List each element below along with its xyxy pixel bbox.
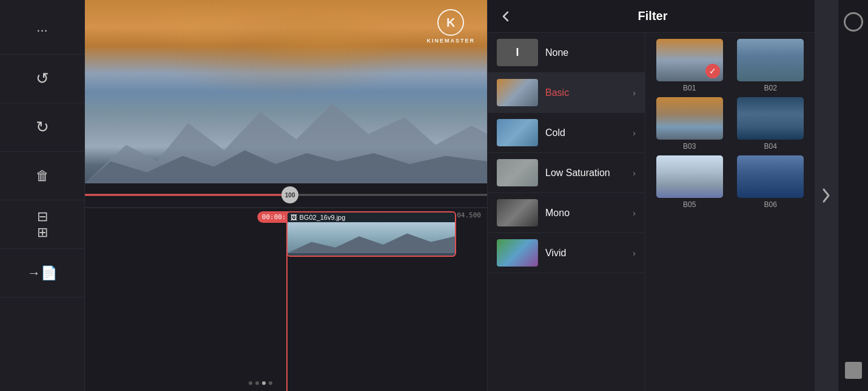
b02-label: B02	[764, 84, 777, 92]
timeline-area: 00:00:00.000 00:00:04.500 🖼 BG02_16v9.jp…	[85, 208, 487, 392]
filter-category-mono[interactable]: Mono ›	[488, 193, 645, 233]
export-button[interactable]: →📄	[0, 249, 84, 298]
filter-category-none[interactable]: I None	[488, 33, 645, 73]
filter-thumb-b01[interactable]: ✓ B01	[651, 39, 728, 92]
dot-4	[269, 381, 272, 385]
filter-thumb-b04[interactable]: B04	[733, 97, 809, 151]
b04-image	[737, 97, 804, 140]
clip-type-icon: 🖼	[291, 214, 297, 221]
filter-thumbnails-grid: ✓ B01 B02 B03 B04	[645, 33, 815, 391]
clip-filename: BG02_16v9.jpg	[300, 214, 346, 221]
kinemaster-logo-text: KINEMASTER	[426, 38, 475, 44]
record-indicator	[844, 12, 863, 32]
b06-label: B06	[764, 200, 777, 209]
b03-image	[656, 97, 723, 140]
lowsat-thumb	[497, 159, 538, 186]
none-thumb: I	[497, 39, 538, 66]
filter-category-cold[interactable]: Cold ›	[488, 113, 645, 153]
category-mono-label: Mono	[545, 208, 625, 219]
timeline-clip[interactable]: 🖼 BG02_16v9.jpg	[286, 211, 456, 257]
kinemaster-logo: K KINEMASTER	[426, 9, 475, 44]
chevron-right-icon-lowsat: ›	[633, 168, 636, 178]
adjust-button[interactable]: ⊟⊞	[0, 200, 84, 249]
scrub-knob[interactable]: 100	[281, 186, 298, 203]
playhead-line	[286, 229, 288, 392]
category-lowsat-label: Low Saturation	[545, 168, 625, 178]
filter-header: Filter	[488, 0, 815, 33]
filter-category-vivid[interactable]: Vivid ›	[488, 233, 645, 273]
category-basic-label: Basic	[545, 87, 625, 98]
video-preview: K KINEMASTER	[85, 0, 487, 183]
dot-1	[249, 381, 252, 385]
undo-button[interactable]: ↺	[0, 55, 84, 103]
scrubber-row: 100	[85, 183, 487, 208]
basic-thumb	[497, 79, 538, 106]
b01-image: ✓	[656, 39, 723, 81]
chevron-right-icon: ›	[633, 88, 636, 98]
mountain-silhouette	[85, 73, 487, 183]
stop-button[interactable]	[845, 362, 862, 379]
dots-indicator	[246, 378, 275, 388]
right-arrow-icon	[821, 187, 831, 204]
filter-category-basic[interactable]: Basic ›	[488, 73, 645, 113]
b03-label: B03	[683, 142, 696, 151]
cold-thumb	[497, 119, 538, 146]
dot-3	[262, 381, 266, 385]
category-vivid-label: Vivid	[545, 248, 625, 259]
redo-button[interactable]: ↻	[0, 103, 84, 152]
b05-image	[656, 155, 723, 198]
export-icon: →📄	[27, 265, 57, 281]
delete-button[interactable]: 🗑	[0, 152, 84, 200]
far-right-panel	[838, 0, 868, 391]
b02-image	[737, 39, 804, 81]
more-options-button[interactable]: ···	[0, 6, 84, 55]
scrub-progress	[85, 194, 290, 196]
filter-thumb-b05[interactable]: B05	[651, 155, 728, 209]
filter-thumb-b06[interactable]: B06	[733, 155, 809, 209]
filter-thumb-b02[interactable]: B02	[733, 39, 809, 92]
clip-header: 🖼 BG02_16v9.jpg	[288, 212, 455, 222]
trash-icon: 🗑	[36, 168, 49, 184]
b06-image	[737, 155, 804, 198]
b01-label: B01	[683, 84, 696, 92]
b04-label: B04	[764, 142, 777, 151]
right-scroll-button[interactable]	[815, 0, 838, 391]
filter-thumb-b03[interactable]: B03	[651, 97, 728, 151]
vivid-thumb	[497, 239, 538, 267]
main-area: K KINEMASTER 100 00:00:00.000 00:00:04.5…	[85, 0, 487, 391]
filter-panel-title: Filter	[521, 9, 784, 23]
filter-category-low-saturation[interactable]: Low Saturation ›	[488, 153, 645, 193]
chevron-right-icon-mono: ›	[633, 208, 636, 218]
dot-2	[255, 381, 259, 385]
left-toolbar: ··· ↺ ↻ 🗑 ⊟⊞ →📄	[0, 0, 85, 391]
clip-preview-thumbnail	[288, 222, 455, 253]
chevron-right-icon-vivid: ›	[633, 248, 636, 258]
filter-body: I None Basic › Cold › Low Satura	[488, 33, 815, 391]
adjust-icon: ⊟⊞	[37, 209, 48, 240]
mono-thumb	[497, 199, 538, 226]
kinemaster-logo-circle: K	[437, 9, 464, 36]
filter-panel: Filter I None Basic ›	[487, 0, 815, 391]
redo-icon: ↻	[36, 118, 49, 137]
undo-icon: ↺	[36, 69, 49, 88]
back-button[interactable]	[500, 10, 512, 22]
category-cold-label: Cold	[545, 127, 625, 138]
back-icon	[500, 10, 512, 22]
filter-categories-list: I None Basic › Cold › Low Satura	[488, 33, 645, 391]
category-none-label: None	[545, 47, 636, 58]
chevron-right-icon-cold: ›	[633, 128, 636, 138]
selected-checkmark: ✓	[705, 64, 720, 78]
more-icon: ···	[36, 22, 47, 38]
b05-label: B05	[683, 200, 696, 209]
